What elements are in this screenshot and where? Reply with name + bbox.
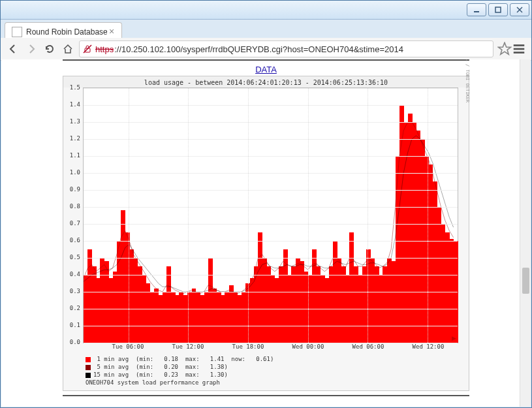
chart-legend: 1 min avg (min: 0.18 max: 1.41 now: 0.61… (63, 353, 469, 390)
tab-title: Round Robin Database Qu (26, 27, 107, 37)
url-text: ://10.250.102.100/sysperf/rrdbQUERYDB.cg… (114, 44, 403, 54)
back-button[interactable] (6, 42, 20, 56)
page-favicon-icon (12, 27, 22, 37)
ssl-warning-icon (82, 44, 93, 54)
x-axis: Tue 06:00Tue 12:00Tue 18:00Wed 00:00Wed … (83, 343, 458, 353)
url-protocol-struck: https (95, 44, 114, 54)
home-button[interactable] (61, 42, 75, 56)
chart-title: load usage - between 2014:06:24:01:20:13… (63, 76, 469, 87)
window-close-button[interactable] (510, 3, 529, 16)
vertical-scrollbar[interactable] (520, 59, 531, 407)
horizontal-rule (63, 59, 469, 61)
y-axis: 0.00.10.20.30.40.50.60.70.80.91.01.11.21… (63, 87, 83, 342)
url-bar[interactable]: https ://10.250.102.100/sysperf/rrdbQUER… (79, 40, 493, 57)
forward-button[interactable] (24, 42, 39, 56)
data-link[interactable]: DATA (10, 65, 522, 74)
browser-window: Round Robin Database Qu × https ://10.25… (0, 0, 532, 408)
svg-rect-1 (495, 7, 501, 12)
rrd-chart: load usage - between 2014:06:24:01:20:13… (63, 76, 469, 391)
tab-close-icon[interactable]: × (107, 27, 116, 37)
page-content: DATA load usage - between 2014:06:24:01:… (1, 59, 531, 407)
tab-strip: Round Robin Database Qu × (1, 20, 531, 38)
menu-button[interactable] (512, 42, 526, 56)
window-titlebar (1, 1, 531, 20)
window-maximize-button[interactable] (488, 3, 508, 16)
scroll-thumb[interactable] (522, 268, 529, 294)
bookmark-star-icon[interactable] (497, 42, 512, 56)
browser-tab[interactable]: Round Robin Database Qu × (5, 22, 122, 38)
rrdtool-watermark: RRDTOOL / TOBI OETIKER (465, 59, 470, 102)
plot-area: ▶ (83, 87, 458, 343)
reload-button[interactable] (42, 42, 57, 56)
horizontal-rule (63, 395, 469, 396)
overflow-arrow-icon: ▶ (452, 335, 456, 341)
window-minimize-button[interactable] (467, 3, 486, 16)
browser-toolbar: https ://10.250.102.100/sysperf/rrdbQUER… (1, 38, 531, 61)
